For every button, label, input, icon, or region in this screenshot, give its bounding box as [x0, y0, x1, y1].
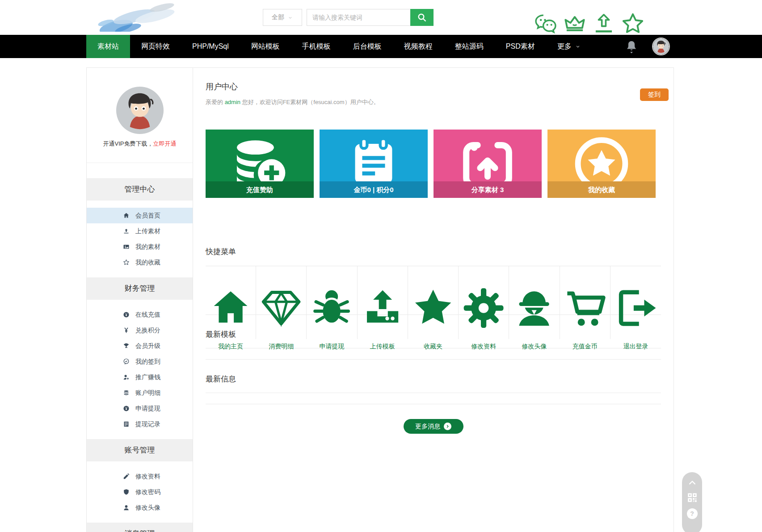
user-avatar[interactable] [652, 38, 670, 55]
nav-item-label: 视频教程 [404, 42, 433, 51]
stat-tile-label: 充值赞助 [206, 181, 314, 198]
nav-item[interactable]: 网页特效 [130, 35, 181, 58]
quick-menu-item-label: 修改资料 [459, 343, 509, 351]
search-button[interactable] [410, 9, 434, 26]
sidebar-item[interactable]: 我的收藏 [87, 255, 193, 270]
vip-promo-text: 开通VIP免费下载， [103, 140, 153, 147]
quick-menu-item[interactable]: 收藏夹 [408, 266, 459, 339]
chevron-down-icon [287, 15, 293, 21]
quick-menu-item[interactable]: 修改头像 [509, 266, 560, 339]
sidebar-section: 财务管理 在线充值 兑换积分 [87, 277, 193, 439]
user-icon [122, 504, 130, 511]
profile-avatar[interactable] [116, 87, 164, 134]
notification-bell-icon[interactable] [624, 38, 639, 54]
main-panel: 用户中心 签到 亲爱的 admin 您好，欢迎访问FE素材网（fesucai.c… [193, 68, 674, 532]
sidebar-item-label: 账户明细 [135, 389, 160, 397]
quick-menu-item[interactable]: 我的主页 [206, 266, 256, 339]
sidebar-section-title: 财务管理 [87, 277, 193, 300]
username: admin [225, 99, 240, 105]
diamond-icon [256, 277, 306, 339]
stat-tile-label: 金币0 | 积分0 [320, 181, 428, 198]
quick-menu-item-label: 我的主页 [206, 343, 256, 351]
quick-menu-item[interactable]: 消费明细 [256, 266, 307, 339]
vip-activate-link[interactable]: 立即开通 [153, 140, 176, 147]
pencil-icon [122, 473, 130, 480]
quick-menu-item-label: 申请提现 [307, 343, 357, 351]
sidebar-item-label: 推广赚钱 [135, 373, 160, 381]
sidebar-item-label: 会员升级 [135, 342, 160, 350]
sidebar-item[interactable]: 在线充值 [87, 307, 193, 323]
gear-icon [459, 277, 509, 339]
shield-icon [122, 488, 130, 496]
sidebar-item[interactable]: 推广赚钱 [87, 369, 193, 385]
user-plus-icon [122, 373, 130, 381]
quick-menu-item[interactable]: 充值金币 [560, 266, 610, 339]
bug-icon [307, 277, 357, 339]
sidebar-item[interactable]: 修改资料 [87, 469, 193, 484]
nav-item[interactable]: PHP/MySql [181, 35, 240, 58]
sidebar-item[interactable]: 提现记录 [87, 416, 193, 432]
back-to-top-button[interactable] [686, 478, 698, 487]
sidebar-item[interactable]: 账户明细 [87, 385, 193, 401]
sidebar-item-label: 在线充值 [135, 311, 160, 319]
nav-item[interactable]: 整站源码 [444, 35, 495, 58]
nav-item[interactable]: 素材站 [86, 35, 130, 58]
sign-out-icon [610, 277, 661, 339]
checkin-button[interactable]: 签到 [640, 88, 669, 101]
search-icon [417, 12, 427, 23]
help-button[interactable]: ? [687, 508, 698, 519]
sidebar-item[interactable]: 我的签到 [87, 354, 193, 369]
quick-menu: 我的主页 消费明细 申请提现 上传模板 [206, 266, 661, 315]
search-category-select[interactable]: 全部 [263, 9, 302, 26]
floating-toolbar: ? [682, 472, 702, 532]
sidebar-item[interactable]: 上传素材 [87, 223, 193, 239]
quick-menu-item[interactable]: 上传模板 [358, 266, 408, 339]
nav-item[interactable]: 后台模板 [342, 35, 393, 58]
nav-item[interactable]: PSD素材 [495, 35, 546, 58]
divider [206, 359, 661, 360]
nav-item-label: PHP/MySql [192, 42, 229, 50]
sidebar-section: 消息管理 [87, 523, 193, 532]
more-messages-label: 更多消息 [415, 423, 440, 431]
sidebar-item-label: 我的收藏 [135, 259, 160, 267]
quick-menu-item[interactable]: 退出登录 [610, 266, 661, 339]
stat-tile[interactable]: 充值赞助 [206, 130, 314, 198]
yen-circle-icon [122, 311, 130, 318]
stat-tile-label: 分享素材 3 [434, 181, 542, 198]
sidebar: 开通VIP免费下载，立即开通 管理中心 会员首页 [87, 68, 193, 532]
sidebar-item[interactable]: 兑换积分 [87, 323, 193, 338]
cart-icon [560, 277, 610, 339]
nav-item-label: 更多 [557, 42, 572, 51]
nav-item[interactable]: 更多 [546, 35, 592, 58]
quick-menu-title: 快捷菜单 [206, 247, 661, 257]
nav-item[interactable]: 手机模板 [291, 35, 342, 58]
stat-tile[interactable]: 分享素材 3 [434, 130, 542, 198]
sidebar-item-label: 我的签到 [135, 358, 160, 366]
yen-icon [122, 327, 130, 334]
sidebar-item[interactable]: 我的素材 [87, 239, 193, 255]
sidebar-item-label: 我的素材 [135, 243, 160, 251]
sidebar-item[interactable]: 申请提现 [87, 401, 193, 416]
quick-menu-item[interactable]: 修改资料 [459, 266, 509, 339]
nav-item-label: 网页特效 [141, 42, 170, 51]
sidebar-item[interactable]: 会员升级 [87, 338, 193, 354]
quick-menu-item[interactable]: 申请提现 [307, 266, 357, 339]
nav-item-label: 整站源码 [455, 42, 484, 51]
nav-item[interactable]: 视频教程 [393, 35, 444, 58]
quick-menu-item-label: 消费明细 [256, 343, 306, 351]
more-messages-button[interactable]: 更多消息 [404, 419, 463, 434]
nav-item-label: 网站模板 [251, 42, 280, 51]
sidebar-item[interactable]: 会员首页 [87, 208, 193, 223]
sidebar-section-title: 账号管理 [87, 439, 193, 461]
image-icon [122, 243, 130, 251]
stat-tile[interactable]: 我的收藏 [547, 130, 656, 198]
nav-item[interactable]: 网站模板 [240, 35, 291, 58]
search-input[interactable] [307, 9, 410, 26]
qr-code-icon[interactable] [686, 492, 698, 503]
yen-circle-icon [122, 405, 130, 412]
stat-tile[interactable]: 金币0 | 积分0 [320, 130, 428, 198]
sidebar-item[interactable]: 修改密码 [87, 484, 193, 500]
sidebar-item-label: 修改密码 [135, 488, 160, 496]
sidebar-section-title: 消息管理 [87, 523, 193, 532]
sidebar-item[interactable]: 修改头像 [87, 500, 193, 515]
